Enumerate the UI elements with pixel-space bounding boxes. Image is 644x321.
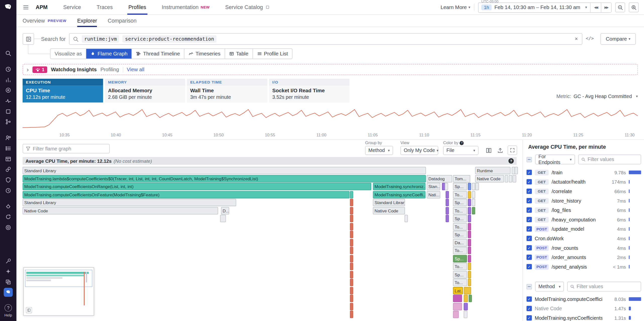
help-button[interactable]: ? Help bbox=[0, 304, 16, 317]
flame-frame[interactable]: Nati... bbox=[427, 191, 440, 198]
tab-comparison[interactable]: Comparison bbox=[108, 15, 137, 27]
flame-frame[interactable] bbox=[468, 191, 471, 198]
flame-frame[interactable]: ModelTraining.syncCoeffi... bbox=[373, 191, 425, 198]
row-checkbox[interactable]: ✓ bbox=[526, 296, 532, 302]
flame-frame[interactable]: Native Code bbox=[373, 207, 405, 214]
row-checkbox[interactable]: ✓ bbox=[526, 179, 532, 184]
visualize-option-timeseries[interactable]: Timeseries bbox=[185, 49, 225, 59]
metric-card-elapsed-time[interactable]: ELAPSED TIMEWall Time3m 47s per minute bbox=[187, 79, 267, 103]
refresh-icon[interactable] bbox=[5, 214, 12, 220]
endpoint-row[interactable]: ✓POST/spend_analysis< 1ms bbox=[523, 262, 644, 272]
flame-frame[interactable]: D... bbox=[221, 207, 229, 214]
visualize-option-flame-graph[interactable]: Flame Graph bbox=[86, 49, 132, 59]
flame-frame[interactable]: Sp... bbox=[453, 255, 467, 262]
flame-frame[interactable] bbox=[350, 247, 353, 254]
metric-card-execution[interactable]: EXECUTIONCPU Time12.12s per minute bbox=[23, 79, 103, 103]
flame-frame[interactable]: To... bbox=[453, 247, 467, 254]
branch-icon[interactable] bbox=[5, 118, 12, 125]
view-dropdown[interactable]: Only My Code▾ bbox=[400, 146, 438, 155]
flame-frame[interactable]: To... bbox=[453, 207, 467, 214]
expand-chevron-icon[interactable]: › bbox=[27, 66, 29, 73]
tab-overview[interactable]: Overview PREVIEW bbox=[23, 15, 67, 27]
flame-frame[interactable]: To... bbox=[453, 223, 467, 230]
donut-icon[interactable] bbox=[5, 87, 12, 94]
tab-explorer[interactable]: Explorer bbox=[77, 15, 97, 27]
flame-frame[interactable]: ModelTraining.computeCoefficientsOnFeatu… bbox=[23, 191, 349, 198]
flame-frame[interactable] bbox=[468, 231, 471, 238]
flame-frame[interactable] bbox=[468, 223, 471, 230]
compare-button[interactable]: Compare▾ bbox=[601, 33, 636, 45]
nav-menu-icon[interactable] bbox=[23, 4, 29, 11]
flame-frame[interactable] bbox=[472, 183, 475, 190]
nav-item-profiles[interactable]: Profiles bbox=[128, 0, 146, 15]
stack-icon[interactable] bbox=[5, 279, 12, 285]
nav-item-apm[interactable]: APM bbox=[36, 0, 47, 15]
sparkle-icon[interactable] bbox=[5, 268, 12, 275]
export-icon[interactable] bbox=[497, 147, 503, 154]
query-tag-runtime[interactable]: runtime:jvm bbox=[82, 35, 120, 43]
flame-minimap[interactable] bbox=[23, 267, 94, 316]
endpoint-row[interactable]: ✓POST/row_counts4ms bbox=[523, 243, 644, 253]
flame-frame[interactable] bbox=[350, 303, 353, 310]
flame-frame[interactable]: ModelTraining.computeCoefficientsOnRange… bbox=[23, 183, 371, 190]
flame-frame[interactable] bbox=[468, 271, 471, 278]
flame-frame[interactable]: To... bbox=[453, 191, 467, 198]
cube-icon[interactable] bbox=[5, 108, 12, 115]
row-checkbox[interactable]: ✓ bbox=[526, 315, 532, 320]
split-columns-icon[interactable] bbox=[486, 147, 492, 154]
flame-frame[interactable] bbox=[468, 199, 471, 206]
flame-frame[interactable] bbox=[453, 295, 462, 302]
chart-icon[interactable] bbox=[5, 77, 12, 83]
flame-frame[interactable] bbox=[475, 183, 479, 190]
row-checkbox[interactable]: ✓ bbox=[526, 255, 532, 260]
filter-flame-graph-input[interactable] bbox=[33, 146, 109, 151]
view-all-link[interactable]: View all bbox=[127, 67, 144, 72]
row-checkbox[interactable]: ✓ bbox=[526, 245, 532, 251]
row-checkbox[interactable]: ✓ bbox=[526, 170, 532, 175]
flame-frame[interactable] bbox=[350, 287, 353, 294]
datadog-logo[interactable] bbox=[4, 3, 13, 12]
row-checkbox[interactable]: ✓ bbox=[526, 217, 532, 222]
flame-frame[interactable] bbox=[446, 191, 449, 198]
method-row[interactable]: ✓Native Code1.47s bbox=[523, 304, 644, 313]
flame-frame[interactable] bbox=[468, 207, 471, 214]
flame-frame[interactable] bbox=[350, 207, 353, 214]
group-by-dropdown[interactable]: Method▾ bbox=[365, 146, 393, 155]
flame-frame[interactable] bbox=[468, 255, 471, 262]
flame-frame[interactable]: Standard Library bbox=[373, 199, 405, 206]
visualize-option-table[interactable]: Table bbox=[225, 49, 253, 59]
flame-frame[interactable] bbox=[464, 303, 468, 310]
flame-frame[interactable]: Runtime bbox=[475, 167, 511, 174]
flame-frame[interactable] bbox=[515, 167, 518, 174]
endpoint-row[interactable]: ✓GET/heavy_computation6ms bbox=[523, 215, 644, 224]
flame-frame[interactable] bbox=[468, 239, 471, 246]
flame-frame[interactable]: ModelTraining.lambda$computeCoefficients… bbox=[23, 175, 426, 182]
flame-frame[interactable]: Tom... bbox=[453, 175, 470, 182]
flame-frame[interactable] bbox=[350, 279, 353, 286]
row-checkbox[interactable]: ✓ bbox=[526, 306, 532, 311]
code-view-icon[interactable]: </> bbox=[586, 36, 594, 41]
learn-more-dropdown[interactable]: Learn More▾ bbox=[441, 5, 471, 10]
nav-item-traces[interactable]: Traces bbox=[97, 0, 113, 15]
collapse-panel-button[interactable] bbox=[23, 33, 34, 45]
nav-item-instrumentation[interactable]: InstrumentationNEW bbox=[162, 0, 210, 15]
people-icon[interactable] bbox=[5, 134, 12, 141]
time-shift-back-button[interactable]: ◀◀ bbox=[591, 3, 601, 12]
endpoint-row[interactable]: ✓Cron.doWork4ms bbox=[523, 234, 644, 243]
select-all-methods-checkbox[interactable] bbox=[526, 284, 532, 289]
minimap-toggle-button[interactable] bbox=[26, 307, 32, 313]
zoom-in-button[interactable] bbox=[629, 3, 638, 12]
target-icon[interactable] bbox=[5, 224, 12, 231]
flame-frame[interactable] bbox=[505, 175, 508, 182]
flame-frame[interactable]: Standard Library bbox=[23, 167, 426, 174]
time-shift-forward-button[interactable]: ▶▶ bbox=[601, 3, 611, 12]
query-tag-service[interactable]: service:product-recommendation bbox=[123, 35, 216, 43]
flame-frame[interactable]: To... bbox=[453, 279, 467, 286]
method-row[interactable]: ✓ModelTraining.syncCoefficientsO...1.31s bbox=[523, 313, 644, 321]
flame-frame[interactable] bbox=[350, 223, 353, 230]
date-range-label[interactable]: Feb 14, 10:30 am – Feb 14, 11:30 am bbox=[494, 5, 580, 10]
method-row[interactable]: ✓ModelTraining.computeCoefficie...8.03s bbox=[523, 294, 644, 304]
flame-frame[interactable] bbox=[468, 183, 471, 190]
flame-frame[interactable]: Native Code bbox=[23, 207, 218, 214]
flame-frame[interactable] bbox=[472, 191, 475, 198]
